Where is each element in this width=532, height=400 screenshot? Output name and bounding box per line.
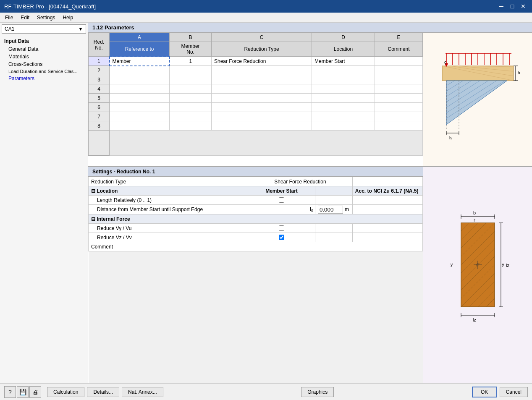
help-icon-button[interactable]: ? <box>4 386 16 398</box>
ok-button[interactable]: OK <box>472 387 497 397</box>
reduce-vz-value[interactable] <box>248 233 315 242</box>
cancel-button[interactable]: Cancel <box>500 387 528 397</box>
table-row[interactable]: 5 <box>89 94 423 103</box>
cell-reduction-type[interactable]: Shear Force Reduction <box>212 57 312 66</box>
reduce-vz-checkbox[interactable] <box>279 235 284 240</box>
cell-comment[interactable] <box>375 112 423 121</box>
cell-member-no[interactable] <box>170 66 212 75</box>
section-header: 1.12 Parameters <box>88 23 532 33</box>
comment-label: Comment <box>89 242 248 251</box>
calculation-button[interactable]: Calculation <box>47 387 84 397</box>
cell-member-no[interactable] <box>170 94 212 103</box>
length-relatively-label: Length Relatively (0 .. 1) <box>89 196 248 205</box>
close-button[interactable]: ✕ <box>519 2 528 11</box>
reduce-vy-checkbox[interactable] <box>279 225 284 231</box>
cell-reference[interactable]: Member <box>110 57 170 66</box>
length-relatively-checkbox[interactable] <box>279 197 284 203</box>
settings-table: Reduction Type Shear Force Reduction ⊟ L… <box>88 177 423 383</box>
menu-bar: File Edit Settings Help <box>0 13 532 23</box>
cell-member-no[interactable] <box>170 84 212 94</box>
cell-member-no[interactable] <box>170 103 212 112</box>
cell-reduction-type[interactable] <box>212 94 312 103</box>
cell-member-no[interactable]: 1 <box>170 57 212 66</box>
cell-comment[interactable] <box>375 66 423 75</box>
cell-location[interactable] <box>312 94 375 103</box>
cell-reference[interactable] <box>110 94 170 103</box>
cell-comment[interactable] <box>375 103 423 112</box>
menu-edit[interactable]: Edit <box>17 14 33 21</box>
cell-reference[interactable] <box>110 84 170 94</box>
save-icon-button[interactable]: 💾 <box>17 386 29 398</box>
cell-comment[interactable] <box>375 121 423 131</box>
distance-symbol: ls <box>248 205 315 214</box>
cell-comment[interactable] <box>375 75 423 84</box>
cell-location[interactable] <box>312 103 375 112</box>
row-number: 5 <box>89 94 110 103</box>
maximize-button[interactable]: □ <box>508 2 517 11</box>
comment-value[interactable] <box>248 242 423 251</box>
col-a-label: Reference to <box>110 42 170 57</box>
cell-reference[interactable] <box>110 103 170 112</box>
cell-reduction-type[interactable] <box>212 103 312 112</box>
col-a-header[interactable]: A <box>110 33 170 42</box>
cell-member-no[interactable] <box>170 112 212 121</box>
cell-reference[interactable] <box>110 75 170 84</box>
cell-reference[interactable] <box>110 66 170 75</box>
menu-help[interactable]: Help <box>59 14 76 21</box>
svg-text:y—: y— <box>450 262 457 267</box>
reduce-vy-extra <box>352 224 422 233</box>
menu-settings[interactable]: Settings <box>34 14 58 21</box>
row-number: 8 <box>89 121 110 131</box>
cell-location[interactable] <box>312 75 375 84</box>
graphics-button[interactable]: Graphics <box>301 387 334 397</box>
cell-reduction-type[interactable] <box>212 66 312 75</box>
sidebar-item-cross-sections[interactable]: Cross-Sections <box>0 60 88 68</box>
reduce-vy-value[interactable] <box>248 224 315 233</box>
window-controls: ─ □ ✕ <box>497 2 528 11</box>
cross-section-svg: b l' <box>430 196 526 355</box>
table-row[interactable]: 8 <box>89 121 423 131</box>
cell-location[interactable] <box>312 84 375 94</box>
cell-comment[interactable] <box>375 84 423 94</box>
cell-location[interactable] <box>312 121 375 131</box>
length-relatively-value[interactable] <box>248 196 315 205</box>
sidebar-item-general-data[interactable]: General Data <box>0 45 88 53</box>
minimize-button[interactable]: ─ <box>497 2 506 11</box>
cell-reference[interactable] <box>110 112 170 121</box>
cell-reduction-type[interactable] <box>212 121 312 131</box>
reduce-vz-extra <box>352 233 422 242</box>
reduction-type-extra <box>352 177 422 186</box>
cell-reduction-type[interactable] <box>212 84 312 94</box>
details-button[interactable]: Details... <box>87 387 119 397</box>
print-icon-button[interactable]: 🖨 <box>29 386 41 398</box>
sidebar-item-parameters[interactable]: Parameters <box>0 75 88 82</box>
cell-member-no[interactable] <box>170 75 212 84</box>
table-row[interactable]: 4 <box>89 84 423 94</box>
menu-file[interactable]: File <box>2 14 16 21</box>
row-number: 6 <box>89 103 110 112</box>
distance-input[interactable] <box>318 206 343 214</box>
cell-location[interactable] <box>312 112 375 121</box>
sidebar-item-load-duration[interactable]: Load Duration and Service Clas... <box>0 68 88 75</box>
svg-text:l': l' <box>474 218 475 222</box>
settings-empty-space <box>89 251 423 384</box>
table-row[interactable]: 7 <box>89 112 423 121</box>
row-number: 4 <box>89 84 110 94</box>
nat-annex-button[interactable]: Nat. Annex... <box>122 387 163 397</box>
settings-row-internal-force-section: ⊟ Internal Force <box>89 214 423 224</box>
cell-reference[interactable] <box>110 121 170 131</box>
case-dropdown[interactable]: CA1 ▼ <box>2 24 86 34</box>
table-row[interactable]: 1 Member 1 Shear Force Reduction Member … <box>89 57 423 66</box>
sidebar-item-materials[interactable]: Materials <box>0 53 88 60</box>
table-row[interactable]: 3 <box>89 75 423 84</box>
reduce-vz-unit <box>315 233 353 242</box>
cell-location[interactable]: Member Start <box>312 57 375 66</box>
cell-member-no[interactable] <box>170 121 212 131</box>
cell-location[interactable] <box>312 66 375 75</box>
cell-reduction-type[interactable] <box>212 75 312 84</box>
cell-comment[interactable] <box>375 94 423 103</box>
table-row[interactable]: 6 <box>89 103 423 112</box>
cell-reduction-type[interactable] <box>212 112 312 121</box>
cell-comment[interactable] <box>375 57 423 66</box>
table-row[interactable]: 2 <box>89 66 423 75</box>
